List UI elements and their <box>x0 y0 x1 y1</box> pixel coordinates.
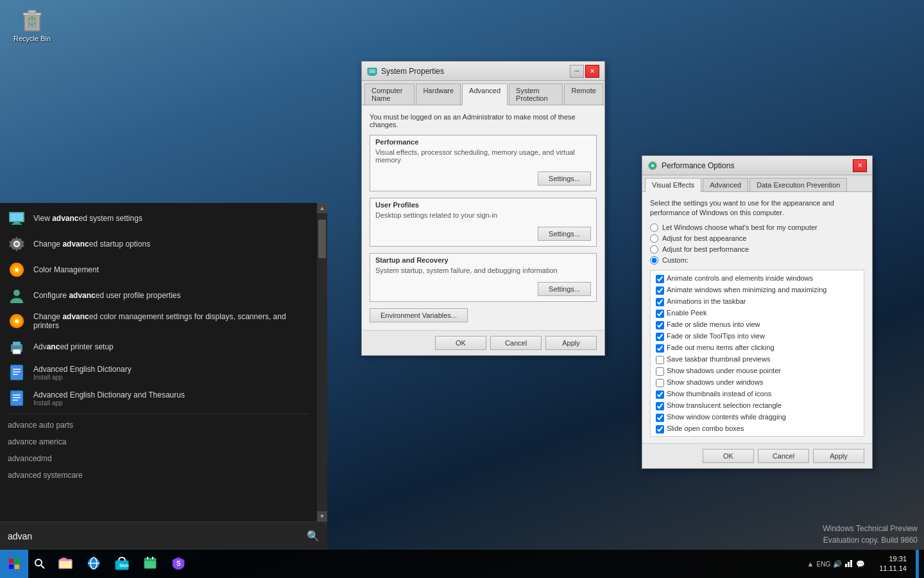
perf-tab-advanced[interactable]: Advanced <box>703 178 748 191</box>
taskbar-volume-icon[interactable]: 🔊 <box>833 560 842 568</box>
checkbox-thumbnails-icons[interactable]: Show thumbnails instead of icons <box>653 389 861 400</box>
recycle-bin-icon[interactable]: Recycle Bin <box>13 6 51 42</box>
system-properties-minimize-btn[interactable]: ─ <box>570 65 584 78</box>
svg-rect-30 <box>12 366 22 379</box>
result-item-english-dict-thesaurus[interactable]: Advanced English Dictionary and Thesauru… <box>0 385 317 411</box>
startup-recovery-settings-btn[interactable]: Settings... <box>538 282 591 296</box>
scroll-up-btn[interactable]: ▲ <box>317 203 327 213</box>
taskbar: Store S ▲ ENG 🔊 💬 19:31 11.11.14 <box>0 550 924 578</box>
checkbox-animations-taskbar[interactable]: Animations in the taskbar <box>653 296 861 308</box>
perf-options-icon <box>647 161 658 171</box>
perf-checkbox-list[interactable]: Animate controls and elements inside win… <box>650 270 864 437</box>
tab-remote[interactable]: Remote <box>564 83 603 105</box>
perf-tab-visual-effects[interactable]: Visual Effects <box>645 178 701 192</box>
svg-text:S: S <box>176 560 181 567</box>
start-panel-scrollbar[interactable]: ▲ ▼ <box>317 203 327 521</box>
checkbox-fade-menu-items[interactable]: Fade out menu items after clicking <box>653 342 861 354</box>
result-item-view-advanced[interactable]: View advanced system settings <box>0 206 317 231</box>
taskbar-app-cal[interactable] <box>136 550 164 578</box>
perf-tab-dep[interactable]: Data Execution Prevention <box>749 178 847 191</box>
taskbar-notification-icon[interactable]: 💬 <box>856 560 865 568</box>
sys-cancel-btn[interactable]: Cancel <box>490 336 542 350</box>
result-item-color-mgmt[interactable]: Color Management <box>0 257 317 283</box>
taskbar-network-icon[interactable] <box>844 559 853 569</box>
result-item-printer-setup[interactable]: Advanced printer setup <box>0 334 317 360</box>
tab-computer-name[interactable]: Computer Name <box>364 83 415 105</box>
performance-title: Performance <box>370 136 596 147</box>
checkbox-enable-peek[interactable]: Enable Peek <box>653 308 861 319</box>
perf-ok-btn[interactable]: OK <box>703 449 754 463</box>
start-search-input[interactable] <box>8 531 302 541</box>
perf-apply-btn[interactable]: Apply <box>813 449 864 463</box>
perf-options-close-btn[interactable]: ✕ <box>853 159 867 172</box>
taskbar-app-ie[interactable] <box>80 550 108 578</box>
sys-ok-btn[interactable]: OK <box>435 336 486 350</box>
svg-rect-7 <box>369 69 375 73</box>
system-properties-note: You must be logged on as an Administrato… <box>370 113 597 128</box>
sys-apply-btn[interactable]: Apply <box>545 336 597 350</box>
system-properties-close-btn[interactable]: ✕ <box>585 65 599 78</box>
printer-icon <box>8 338 26 356</box>
checkbox-fade-tooltips[interactable]: Fade or slide ToolTips into view <box>653 331 861 342</box>
suggestion-item-systemcare[interactable]: advanced systemcare <box>0 467 317 484</box>
tab-hardware[interactable]: Hardware <box>416 83 461 105</box>
perf-cancel-btn[interactable]: Cancel <box>758 449 809 463</box>
taskbar-app-file-explorer[interactable] <box>51 550 80 578</box>
radio-custom[interactable]: Custom: <box>650 256 864 265</box>
scroll-down-btn[interactable]: ▼ <box>317 511 327 521</box>
start-search-icon[interactable]: 🔍 <box>307 530 320 542</box>
suggestion-item-america[interactable]: advance america <box>0 434 317 450</box>
scroll-thumb[interactable] <box>318 220 326 258</box>
results-separator <box>8 414 309 414</box>
checkbox-translucent[interactable]: Show translucent selection rectangle <box>653 400 861 412</box>
taskbar-app-security[interactable]: S <box>164 550 193 578</box>
result-item-change-startup[interactable]: Change advanced startup options <box>0 231 317 257</box>
taskbar-action-center[interactable] <box>916 550 919 578</box>
checkbox-label: Save taskbar thumbnail previews <box>667 355 770 363</box>
checkbox-label: Fade or slide menus into view <box>667 320 760 328</box>
tab-advanced[interactable]: Advanced <box>462 83 508 105</box>
result-title: Color Management <box>33 265 309 274</box>
suggestion-item-cedmd[interactable]: advancedmd <box>0 450 317 467</box>
checkbox-window-contents[interactable]: Show window contents while dragging <box>653 412 861 423</box>
checkbox-label: Show translucent selection rectangle <box>667 401 782 409</box>
result-title: Advanced English Dictionary <box>33 365 309 374</box>
suggestion-item-auto-parts[interactable]: advance auto parts <box>0 417 317 434</box>
checkbox-shadows-windows[interactable]: Show shadows under windows <box>653 377 861 389</box>
checkbox-shadows-mouse[interactable]: Show shadows under mouse pointer <box>653 365 861 377</box>
svg-text:Store: Store <box>119 563 129 568</box>
svg-point-11 <box>651 164 654 167</box>
checkbox-animate-windows[interactable]: Animate windows when minimizing and maxi… <box>653 285 861 296</box>
result-item-english-dict[interactable]: Advanced English Dictionary Install app <box>0 360 317 385</box>
color-mgmt-icon <box>8 261 26 279</box>
radio-best-appearance[interactable]: Adjust for best appearance <box>650 234 864 243</box>
performance-settings-btn[interactable]: Settings... <box>538 171 591 186</box>
checkbox-save-thumbnails[interactable]: Save taskbar thumbnail previews <box>653 354 861 365</box>
user-icon <box>8 286 26 304</box>
checkbox-slide-combo[interactable]: Slide open combo boxes <box>653 423 861 435</box>
taskbar-clock[interactable]: 19:31 11.11.14 <box>874 554 912 574</box>
svg-point-43 <box>35 559 42 566</box>
taskbar-show-hidden-icon[interactable]: ▲ <box>807 560 814 568</box>
result-title: Configure advanced user profile properti… <box>33 291 309 300</box>
result-item-change-color[interactable]: Change advanced color management setting… <box>0 308 317 334</box>
system-properties-footer: OK Cancel Apply <box>362 330 604 355</box>
scroll-track <box>317 213 327 511</box>
system-properties-icon <box>367 66 377 76</box>
env-variables-btn[interactable]: Environment Variables... <box>370 308 468 322</box>
taskbar-start-btn[interactable] <box>0 550 28 578</box>
checkbox-animate-controls[interactable]: Animate controls and elements inside win… <box>653 273 861 285</box>
radio-best-performance[interactable]: Adjust for best performance <box>650 245 864 254</box>
checkbox-smooth-fonts[interactable]: Smooth edges of screen fonts <box>653 435 861 437</box>
user-profiles-settings-btn[interactable]: Settings... <box>538 227 591 241</box>
performance-options-dialog: Performance Options ✕ Visual Effects Adv… <box>642 155 873 469</box>
checkbox-fade-menus[interactable]: Fade or slide menus into view <box>653 319 861 331</box>
performance-section: Performance Visual effects, processor sc… <box>370 135 597 191</box>
svg-rect-53 <box>144 558 156 561</box>
start-results-list: View advanced system settings Change adv… <box>0 203 317 521</box>
taskbar-app-store[interactable]: Store <box>108 550 136 578</box>
radio-let-windows[interactable]: Let Windows choose what's best for my co… <box>650 223 864 232</box>
taskbar-search-btn[interactable] <box>28 550 51 578</box>
result-item-configure-user[interactable]: Configure advanced user profile properti… <box>0 283 317 308</box>
tab-system-protection[interactable]: System Protection <box>509 83 563 105</box>
